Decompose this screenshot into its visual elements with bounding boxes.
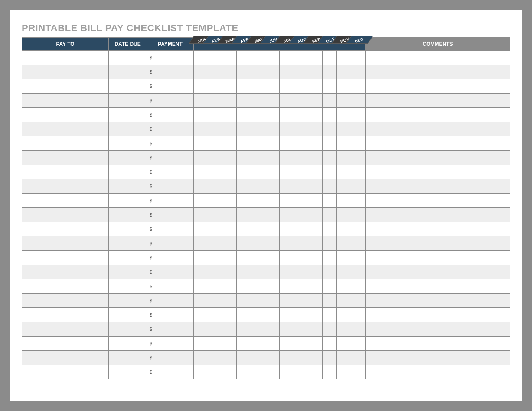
cell-month-check[interactable]: [280, 136, 294, 151]
cell-month-check[interactable]: [351, 351, 366, 365]
cell-month-check[interactable]: [280, 65, 294, 79]
cell-month-check[interactable]: [308, 79, 323, 94]
cell-month-check[interactable]: [265, 51, 280, 65]
cell-payment[interactable]: $: [147, 308, 194, 322]
cell-month-check[interactable]: [265, 79, 280, 94]
cell-date-due[interactable]: [109, 179, 147, 194]
cell-month-check[interactable]: [308, 208, 323, 222]
cell-month-check[interactable]: [308, 165, 323, 179]
cell-month-check[interactable]: [308, 265, 323, 279]
cell-month-check[interactable]: [308, 294, 323, 308]
cell-comments[interactable]: [366, 165, 510, 179]
cell-month-check[interactable]: [237, 308, 251, 322]
cell-month-check[interactable]: [351, 151, 366, 165]
cell-date-due[interactable]: [109, 351, 147, 365]
cell-month-check[interactable]: [294, 308, 308, 322]
cell-month-check[interactable]: [308, 236, 323, 251]
cell-month-check[interactable]: [280, 165, 294, 179]
cell-comments[interactable]: [366, 251, 510, 265]
cell-month-check[interactable]: [280, 308, 294, 322]
cell-month-check[interactable]: [280, 322, 294, 337]
cell-month-check[interactable]: [308, 308, 323, 322]
cell-comments[interactable]: [366, 337, 510, 351]
cell-month-check[interactable]: [337, 51, 351, 65]
cell-date-due[interactable]: [109, 108, 147, 122]
cell-month-check[interactable]: [222, 79, 237, 94]
cell-month-check[interactable]: [265, 108, 280, 122]
cell-month-check[interactable]: [251, 351, 265, 365]
cell-month-check[interactable]: [208, 322, 222, 337]
cell-month-check[interactable]: [251, 322, 265, 337]
cell-month-check[interactable]: [194, 79, 208, 94]
cell-month-check[interactable]: [351, 122, 366, 136]
cell-month-check[interactable]: [265, 222, 280, 236]
cell-month-check[interactable]: [294, 265, 308, 279]
cell-month-check[interactable]: [337, 179, 351, 194]
cell-payment[interactable]: $: [147, 337, 194, 351]
cell-month-check[interactable]: [237, 51, 251, 65]
cell-month-check[interactable]: [222, 251, 237, 265]
cell-month-check[interactable]: [294, 208, 308, 222]
cell-month-check[interactable]: [222, 294, 237, 308]
cell-month-check[interactable]: [251, 337, 265, 351]
cell-month-check[interactable]: [208, 136, 222, 151]
cell-month-check[interactable]: [323, 236, 337, 251]
cell-month-check[interactable]: [265, 337, 280, 351]
cell-month-check[interactable]: [294, 236, 308, 251]
cell-date-due[interactable]: [109, 122, 147, 136]
cell-month-check[interactable]: [294, 279, 308, 294]
cell-month-check[interactable]: [208, 365, 222, 379]
cell-month-check[interactable]: [265, 136, 280, 151]
cell-month-check[interactable]: [323, 65, 337, 79]
cell-month-check[interactable]: [194, 165, 208, 179]
cell-month-check[interactable]: [351, 337, 366, 351]
cell-date-due[interactable]: [109, 322, 147, 337]
cell-month-check[interactable]: [265, 94, 280, 108]
cell-month-check[interactable]: [337, 122, 351, 136]
cell-month-check[interactable]: [351, 94, 366, 108]
cell-month-check[interactable]: [337, 308, 351, 322]
cell-month-check[interactable]: [265, 251, 280, 265]
cell-pay-to[interactable]: [22, 236, 109, 251]
cell-month-check[interactable]: [280, 194, 294, 208]
cell-month-check[interactable]: [294, 294, 308, 308]
cell-payment[interactable]: $: [147, 236, 194, 251]
cell-month-check[interactable]: [351, 222, 366, 236]
cell-month-check[interactable]: [294, 136, 308, 151]
cell-payment[interactable]: $: [147, 222, 194, 236]
cell-month-check[interactable]: [194, 108, 208, 122]
cell-date-due[interactable]: [109, 365, 147, 379]
cell-month-check[interactable]: [222, 51, 237, 65]
cell-month-check[interactable]: [280, 122, 294, 136]
cell-month-check[interactable]: [351, 365, 366, 379]
cell-month-check[interactable]: [351, 179, 366, 194]
cell-month-check[interactable]: [294, 194, 308, 208]
cell-comments[interactable]: [366, 94, 510, 108]
cell-month-check[interactable]: [351, 65, 366, 79]
cell-date-due[interactable]: [109, 236, 147, 251]
cell-date-due[interactable]: [109, 337, 147, 351]
cell-month-check[interactable]: [323, 94, 337, 108]
cell-month-check[interactable]: [194, 194, 208, 208]
cell-month-check[interactable]: [323, 108, 337, 122]
cell-month-check[interactable]: [222, 265, 237, 279]
cell-comments[interactable]: [366, 365, 510, 379]
cell-pay-to[interactable]: [22, 165, 109, 179]
cell-payment[interactable]: $: [147, 79, 194, 94]
cell-payment[interactable]: $: [147, 194, 194, 208]
cell-date-due[interactable]: [109, 208, 147, 222]
cell-month-check[interactable]: [337, 222, 351, 236]
cell-month-check[interactable]: [208, 251, 222, 265]
cell-month-check[interactable]: [237, 65, 251, 79]
cell-pay-to[interactable]: [22, 51, 109, 65]
cell-month-check[interactable]: [308, 94, 323, 108]
cell-payment[interactable]: $: [147, 65, 194, 79]
cell-month-check[interactable]: [280, 279, 294, 294]
cell-month-check[interactable]: [222, 279, 237, 294]
cell-month-check[interactable]: [323, 294, 337, 308]
cell-month-check[interactable]: [337, 236, 351, 251]
cell-month-check[interactable]: [280, 51, 294, 65]
cell-month-check[interactable]: [337, 265, 351, 279]
cell-month-check[interactable]: [323, 337, 337, 351]
cell-month-check[interactable]: [194, 179, 208, 194]
